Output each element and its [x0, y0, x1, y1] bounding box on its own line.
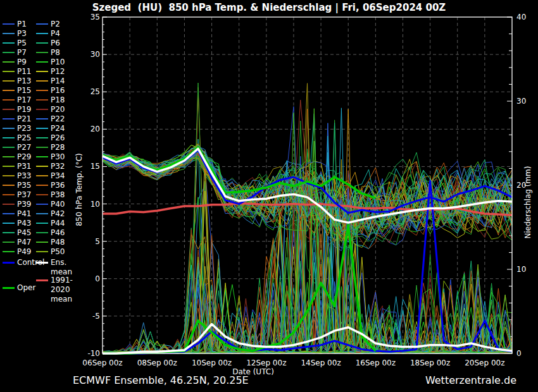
legend-label: P44 — [51, 219, 65, 228]
tick-label-date: 20Sep 00z — [460, 358, 510, 367]
legend-label: P34 — [51, 171, 65, 181]
legend-label: P9 — [17, 58, 27, 67]
legend-swatch — [3, 287, 15, 289]
legend-label: P41 — [17, 209, 32, 219]
legend-label: P6 — [51, 39, 60, 48]
legend-swatch — [36, 185, 48, 186]
legend-swatch — [36, 279, 48, 281]
legend-label: P26 — [51, 133, 65, 143]
legend-label: P30 — [51, 152, 65, 162]
legend-label: P36 — [51, 181, 65, 190]
legend-label: P40 — [51, 200, 65, 209]
legend-label: P4 — [51, 29, 60, 39]
legend-label: P19 — [17, 105, 32, 114]
legend-swatch — [3, 213, 15, 214]
axis-title-precip: Niederschlag (mm) — [523, 139, 534, 266]
legend-label: P20 — [51, 105, 65, 114]
legend-label: P21 — [17, 114, 32, 124]
legend-label: P5 — [17, 39, 27, 48]
legend-label: P14 — [51, 77, 65, 86]
legend-swatch — [36, 52, 48, 53]
legend-swatch — [3, 185, 15, 186]
legend-swatch — [3, 90, 15, 91]
legend-label: P28 — [51, 143, 65, 152]
legend-swatch — [3, 23, 15, 25]
legend-swatch — [36, 204, 48, 205]
legend-swatch — [3, 223, 15, 224]
legend-swatch — [36, 147, 48, 148]
legend-swatch — [3, 166, 15, 167]
legend-label: P48 — [51, 238, 65, 247]
legend-swatch — [36, 223, 48, 224]
legend-label: P29 — [17, 152, 32, 162]
tick-label-date: 14Sep 00z — [296, 358, 346, 367]
legend-label: P31 — [17, 162, 32, 171]
tick-label-date: 06Sep 00z — [77, 358, 128, 367]
legend-label: P43 — [17, 219, 32, 228]
legend-label: P45 — [17, 228, 32, 238]
footer-site-name: Wetterzentrale.de — [425, 374, 516, 386]
legend-swatch — [36, 137, 48, 138]
legend-label: P32 — [51, 162, 65, 171]
legend-label: Ens. mean — [51, 258, 72, 277]
legend-swatch — [36, 90, 48, 91]
tick-label-date: 08Sep 00z — [132, 358, 182, 367]
legend-label: P2 — [51, 20, 60, 29]
legend-swatch — [3, 194, 15, 195]
legend-label: P3 — [17, 29, 27, 39]
legend-label: P10 — [51, 58, 65, 67]
legend-label: P35 — [17, 181, 32, 190]
axis-title-temp: 850 hPa Temp. (°C) — [75, 126, 85, 253]
legend-swatch — [36, 262, 48, 264]
legend-label: P22 — [51, 114, 65, 124]
legend-swatch — [36, 251, 48, 252]
legend-label: P8 — [51, 48, 60, 58]
legend-swatch — [3, 33, 15, 34]
legend-swatch — [36, 80, 48, 82]
tick-label-temp: -10 — [75, 349, 100, 358]
legend-swatch — [36, 61, 48, 63]
legend-swatch — [3, 137, 15, 138]
legend-swatch — [3, 262, 15, 264]
tick-label-temp: -5 — [75, 312, 100, 321]
legend-swatch — [36, 194, 48, 195]
legend-label: P50 — [51, 247, 65, 257]
legend-swatch — [3, 156, 15, 157]
legend-swatch — [36, 166, 48, 167]
legend-swatch — [3, 109, 15, 110]
legend-swatch — [36, 33, 48, 34]
footer-model-info: ECMWF Ensemble, 46.25N, 20.25E — [73, 374, 249, 386]
legend-label: P18 — [51, 95, 65, 105]
legend-label: P37 — [17, 190, 32, 200]
meteogram-page: Szeged (HU) 850 hPa Temp. & Niederschlag… — [0, 0, 538, 392]
legend-swatch — [3, 204, 15, 205]
legend-swatch — [36, 118, 48, 119]
legend-label: P23 — [17, 124, 32, 133]
legend-label: P16 — [51, 86, 65, 95]
ensemble-lines — [103, 83, 512, 353]
legend-swatch — [36, 71, 48, 72]
legend-label: P15 — [17, 86, 32, 95]
legend-swatch — [3, 147, 15, 148]
legend-label: P49 — [17, 247, 32, 257]
legend-label: P42 — [51, 209, 65, 219]
legend-swatch — [36, 242, 48, 243]
legend-swatch — [3, 80, 15, 82]
legend-swatch — [36, 23, 48, 25]
tick-label-date: 12Sep 00z — [241, 358, 292, 367]
legend-swatch — [3, 52, 15, 53]
legend-label: P11 — [17, 67, 32, 77]
legend-swatch — [3, 232, 15, 233]
legend-label: P46 — [51, 228, 65, 238]
legend-swatch — [36, 175, 48, 176]
legend-label: P25 — [17, 133, 32, 143]
legend-swatch — [3, 251, 15, 252]
legend-swatch — [3, 42, 15, 44]
legend-label: P12 — [51, 67, 65, 77]
tick-label-date: 10Sep 00z — [187, 358, 237, 367]
ensemble-legend: P1P2P3P4P5P6P7P8P9P10P11P12P13P14P15P16P… — [0, 0, 84, 303]
legend-label: 1991-2020 mean — [51, 276, 73, 304]
tick-label-precip: 10 — [516, 265, 538, 274]
legend-swatch — [36, 99, 48, 101]
legend-label: P38 — [51, 190, 65, 200]
